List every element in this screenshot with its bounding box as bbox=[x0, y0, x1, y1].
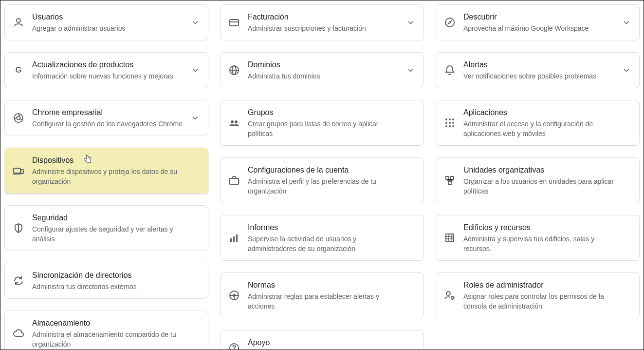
column-1: FacturaciónAdministrar suscripciones y f… bbox=[220, 4, 424, 350]
org-icon bbox=[444, 175, 456, 186]
card-title: Chrome empresarial bbox=[32, 107, 188, 118]
card-body: AplicacionesAdministrar el acceso y la c… bbox=[463, 107, 631, 138]
card-title: Seguridad bbox=[32, 213, 188, 223]
steering-icon bbox=[228, 290, 240, 301]
card-discover[interactable]: DescubrirAprovecha al máximo Google Work… bbox=[436, 4, 640, 40]
card-body: Edificios y recursosAdministra y supervi… bbox=[463, 222, 631, 253]
card-body: SeguridadConfigurar ajustes de seguridad… bbox=[32, 213, 200, 244]
card-title: Facturación bbox=[248, 12, 404, 22]
card-body: DispositivosAdministre dispositivos y pr… bbox=[32, 155, 200, 186]
card-devices[interactable]: DispositivosAdministre dispositivos y pr… bbox=[4, 148, 208, 194]
card-account-settings[interactable]: Configuraciones de la cuentaAdministra e… bbox=[220, 157, 424, 203]
card-directory-sync[interactable]: Sincronización de directoriosAdministra … bbox=[4, 263, 208, 299]
card-body: ApoyoConéctese con el Asistente de ayuda bbox=[248, 337, 416, 350]
card-body: DescubrirAprovecha al máximo Google Work… bbox=[463, 12, 631, 33]
chevron-down-icon[interactable] bbox=[405, 64, 417, 76]
card-groups[interactable]: GruposCrear grupos para listas de correo… bbox=[220, 100, 424, 146]
card-title: Unidades organizativas bbox=[463, 165, 620, 175]
card-billing[interactable]: FacturaciónAdministrar suscripciones y f… bbox=[220, 4, 424, 40]
devices-icon bbox=[13, 165, 24, 176]
card-description: Administra tus directorios externos bbox=[32, 282, 188, 292]
briefcase-icon bbox=[228, 175, 240, 186]
card-title: Roles de administrador bbox=[463, 280, 620, 291]
card-title: Usuarios bbox=[32, 12, 188, 22]
shield-icon bbox=[13, 222, 24, 234]
apps-icon bbox=[444, 117, 456, 129]
card-title: Edificios y recursos bbox=[463, 222, 620, 233]
card-body: GruposCrear grupos para listas de correo… bbox=[248, 107, 416, 138]
column-2: DescubrirAprovecha al máximo Google Work… bbox=[436, 4, 640, 318]
sync-icon bbox=[13, 275, 24, 287]
card-body: Actualizaciones de productosInformación … bbox=[32, 59, 200, 81]
card-title: Actualizaciones de productos bbox=[32, 59, 188, 70]
card-description: Agregar o administrar usuarios bbox=[32, 23, 188, 33]
card-title: Descubrir bbox=[463, 12, 620, 22]
chevron-down-icon[interactable] bbox=[405, 17, 417, 28]
card-description: Administra el perfil y las preferencias … bbox=[248, 176, 404, 196]
column-0: UsuariosAgregar o administrar usuariosAc… bbox=[4, 4, 208, 350]
card-alerts[interactable]: AlertasVer notificaciones sobre posibles… bbox=[436, 52, 640, 88]
admin-console-grid: UsuariosAgregar o administrar usuariosAc… bbox=[0, 0, 644, 350]
help-icon bbox=[228, 342, 240, 350]
card-title: Configuraciones de la cuenta bbox=[248, 165, 404, 175]
card-title: Almacenamiento bbox=[32, 318, 188, 329]
card-title: Dominios bbox=[248, 59, 404, 70]
card-title: Grupos bbox=[248, 107, 404, 118]
card-title: Informes bbox=[248, 222, 404, 233]
card-title: Alertas bbox=[463, 59, 620, 70]
building-icon bbox=[444, 232, 456, 244]
card-support[interactable]: ApoyoConéctese con el Asistente de ayuda bbox=[220, 330, 424, 350]
card-org-units[interactable]: Unidades organizativasOrganizar a los us… bbox=[436, 157, 640, 203]
chevron-down-icon[interactable] bbox=[621, 17, 632, 28]
card-title: Apoyo bbox=[248, 337, 404, 348]
card-body: Chrome empresarialConfigurar la gestión … bbox=[32, 107, 200, 129]
card-buildings[interactable]: Edificios y recursosAdministra y supervi… bbox=[436, 215, 640, 261]
card-description: Ver notificaciones sobre posibles proble… bbox=[463, 71, 620, 81]
card-chrome-enterprise[interactable]: Chrome empresarialConfigurar la gestión … bbox=[4, 100, 208, 136]
card-product-updates[interactable]: Actualizaciones de productosInformación … bbox=[4, 52, 208, 88]
card-apps[interactable]: AplicacionesAdministrar el acceso y la c… bbox=[436, 100, 640, 146]
card-description: Configurar ajustes de seguridad y ver al… bbox=[32, 224, 188, 244]
card-body: Sincronización de directoriosAdministra … bbox=[32, 270, 200, 292]
card-body: InformesSupervise la actividad de usuari… bbox=[248, 222, 416, 253]
cloud-icon bbox=[13, 328, 24, 339]
card-icon bbox=[228, 17, 240, 28]
chevron-down-icon[interactable] bbox=[189, 17, 201, 28]
card-title: Normas bbox=[248, 280, 404, 291]
chevron-down-icon[interactable] bbox=[621, 64, 632, 76]
card-body: AlertasVer notificaciones sobre posibles… bbox=[463, 59, 631, 81]
card-description: Administra tus dominios bbox=[248, 71, 404, 81]
card-description: Administra y supervisa tus edificios, sa… bbox=[463, 234, 620, 253]
card-title: Sincronización de directorios bbox=[32, 270, 188, 281]
admin-icon bbox=[444, 290, 456, 301]
card-body: DominiosAdministra tus dominios bbox=[248, 59, 416, 81]
compass-icon bbox=[444, 17, 456, 28]
card-body: Roles de administradorAsignar roles para… bbox=[463, 280, 631, 311]
card-admin-roles[interactable]: Roles de administradorAsignar roles para… bbox=[436, 272, 640, 318]
person-icon bbox=[13, 17, 24, 28]
card-body: NormasAdministrar reglas para establecer… bbox=[248, 280, 416, 311]
card-body: Configuraciones de la cuentaAdministra e… bbox=[248, 165, 416, 196]
card-description: Administra el almacenamiento compartido … bbox=[32, 330, 188, 349]
card-description: Administrar el acceso y la configuración… bbox=[463, 119, 620, 138]
card-storage[interactable]: AlmacenamientoAdministra el almacenamien… bbox=[4, 311, 208, 350]
card-users[interactable]: UsuariosAgregar o administrar usuarios bbox=[4, 4, 208, 40]
card-description: Información sobre nuevas funciones y mej… bbox=[32, 71, 188, 81]
groups-icon bbox=[228, 117, 240, 129]
card-description: Administrar reglas para establecer alert… bbox=[248, 292, 404, 311]
g-logo-icon bbox=[13, 64, 24, 76]
chevron-down-icon[interactable] bbox=[189, 112, 201, 124]
chrome-icon bbox=[13, 112, 24, 124]
card-description: Asignar roles para controlar los permiso… bbox=[463, 292, 620, 311]
card-description: Administre dispositivos y proteja los da… bbox=[32, 167, 188, 186]
card-security[interactable]: SeguridadConfigurar ajustes de seguridad… bbox=[4, 205, 208, 251]
card-reports[interactable]: InformesSupervise la actividad de usuari… bbox=[220, 215, 424, 261]
card-description: Organizar a los usuarios en unidades par… bbox=[463, 176, 620, 196]
chevron-down-icon[interactable] bbox=[189, 64, 201, 76]
card-rules[interactable]: NormasAdministrar reglas para establecer… bbox=[220, 272, 424, 318]
card-body: AlmacenamientoAdministra el almacenamien… bbox=[32, 318, 200, 349]
card-description: Crear grupos para listas de correo y apl… bbox=[248, 119, 404, 138]
card-description: Supervise la actividad de usuarios y adm… bbox=[248, 234, 404, 253]
card-description: Administrar suscripciones y facturación bbox=[248, 23, 404, 33]
card-domains[interactable]: DominiosAdministra tus dominios bbox=[220, 52, 424, 88]
